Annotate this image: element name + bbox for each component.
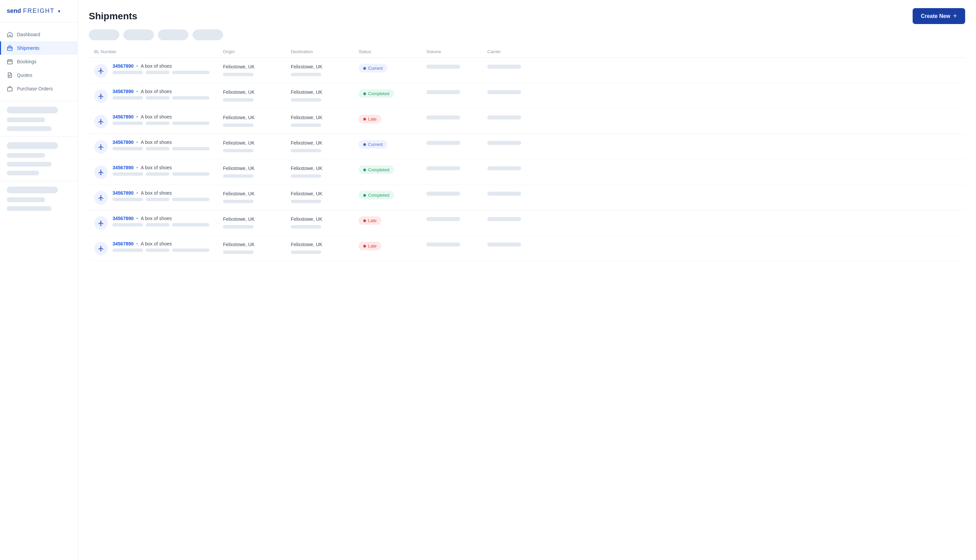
skel — [146, 71, 169, 74]
cell-volume-1 — [426, 89, 487, 94]
sidebar-item-shipments[interactable]: Shipments — [0, 41, 78, 55]
filter-tab-skel-1 — [89, 30, 119, 40]
table-row[interactable]: 34567890 • A box of shoes Felixstowe, UK — [89, 58, 965, 83]
sidebar-skel-item — [7, 197, 45, 202]
skel — [112, 96, 143, 100]
skel — [223, 73, 254, 76]
table-row[interactable]: 34567890 • A box of shoes Felixstowe, UK — [89, 210, 965, 236]
bl-number: 34567890 — [112, 63, 134, 69]
cell-volume-7 — [426, 241, 487, 247]
cell-bl-3: 34567890 • A box of shoes — [94, 140, 223, 154]
cell-origin-1: Felixstowe, UK — [223, 89, 291, 102]
status-badge: Completed — [359, 89, 394, 98]
table-row[interactable]: 34567890 • A box of shoes Felixstowe, UK — [89, 83, 965, 109]
bl-dot: • — [136, 89, 138, 94]
skel — [223, 225, 254, 228]
sidebar-item-purchase-orders[interactable]: Purchase Orders — [0, 82, 78, 95]
page-header: Shipments Create New + — [78, 0, 976, 24]
cell-bl-1: 34567890 • A box of shoes — [94, 89, 223, 103]
bl-info: 34567890 • A box of shoes — [112, 140, 209, 150]
bl-dot: • — [136, 190, 138, 196]
skel — [291, 123, 321, 127]
sidebar-skel-item — [7, 153, 45, 158]
skel — [426, 166, 460, 170]
sidebar-skeleton-2 — [0, 137, 78, 181]
table-row[interactable]: 34567890 • A box of shoes Felixstowe, UK — [89, 134, 965, 160]
bl-desc: A box of shoes — [140, 190, 172, 196]
bl-dot: • — [136, 140, 138, 145]
skel — [426, 217, 460, 221]
sidebar-skel-item — [7, 187, 58, 193]
cell-volume-2 — [426, 114, 487, 120]
skel — [112, 248, 143, 252]
bl-info: 34567890 • A box of shoes — [112, 190, 209, 201]
cell-carrier-0 — [487, 63, 548, 69]
origin-text: Felixstowe, UK — [223, 242, 291, 247]
origin-text: Felixstowe, UK — [223, 140, 291, 146]
create-new-button[interactable]: Create New + — [912, 8, 965, 24]
status-badge: Current — [359, 140, 387, 148]
bl-number: 34567890 — [112, 140, 134, 145]
cell-status-2: Late — [359, 114, 426, 123]
skel — [172, 223, 209, 227]
cell-origin-3: Felixstowe, UK — [223, 140, 291, 152]
skel — [426, 90, 460, 94]
sidebar-skel-item — [7, 142, 58, 149]
bl-info: 34567890 • A box of shoes — [112, 63, 209, 74]
airplane-icon — [94, 217, 108, 230]
cell-status-5: Completed — [359, 190, 426, 199]
sidebar-skel-item — [7, 206, 52, 211]
col-volume: Volume — [426, 49, 487, 54]
sidebar-skel-item — [7, 107, 58, 113]
cell-carrier-3 — [487, 140, 548, 145]
status-dot-icon — [363, 67, 366, 70]
status-badge: Completed — [359, 191, 394, 199]
airplane-icon — [94, 64, 108, 78]
bl-info: 34567890 • A box of shoes — [112, 165, 209, 176]
sidebar-skel-item — [7, 126, 52, 131]
bl-dot: • — [136, 165, 138, 170]
bl-desc: A box of shoes — [140, 140, 172, 145]
status-dot-icon — [363, 245, 366, 247]
status-dot-icon — [363, 168, 366, 171]
destination-text: Felixstowe, UK — [291, 89, 359, 95]
cell-origin-0: Felixstowe, UK — [223, 63, 291, 76]
destination-text: Felixstowe, UK — [291, 165, 359, 171]
bl-dot: • — [136, 114, 138, 120]
calendar-icon — [7, 58, 13, 65]
bl-desc: A box of shoes — [140, 165, 172, 170]
table-row[interactable]: 34567890 • A box of shoes Felixstowe, UK — [89, 160, 965, 185]
sidebar-item-quotes[interactable]: Quotes — [0, 68, 78, 82]
skel — [291, 225, 321, 228]
bl-skel-row — [112, 96, 209, 100]
origin-text: Felixstowe, UK — [223, 191, 291, 197]
sidebar-nav: Dashboard Shipments Bookings — [0, 22, 78, 101]
table-row[interactable]: 34567890 • A box of shoes Felixstowe, UK — [89, 236, 965, 261]
status-label: Completed — [368, 167, 389, 172]
skel — [426, 242, 460, 247]
status-label: Late — [368, 218, 376, 223]
table-row[interactable]: 34567890 • A box of shoes Felixstowe, UK — [89, 185, 965, 210]
skel — [112, 147, 143, 150]
cell-carrier-2 — [487, 114, 548, 120]
skel — [223, 200, 254, 203]
skel — [172, 198, 209, 201]
bl-top: 34567890 • A box of shoes — [112, 140, 209, 145]
table-row[interactable]: 34567890 • A box of shoes Felixstowe, UK — [89, 109, 965, 134]
skel — [172, 122, 209, 125]
skel — [146, 122, 169, 125]
bl-skel-row — [112, 147, 209, 150]
file-icon — [7, 72, 13, 78]
airplane-icon — [94, 191, 108, 205]
sidebar-item-dashboard[interactable]: Dashboard — [0, 28, 78, 41]
bl-number: 34567890 — [112, 89, 134, 94]
cell-destination-6: Felixstowe, UK — [291, 216, 359, 228]
logo-freight: FREIGHT — [23, 7, 55, 15]
skel — [487, 192, 521, 196]
bl-top: 34567890 • A box of shoes — [112, 114, 209, 120]
skel — [487, 90, 521, 94]
cell-carrier-1 — [487, 89, 548, 94]
sidebar-item-purchase-orders-label: Purchase Orders — [17, 86, 53, 92]
sidebar-item-bookings[interactable]: Bookings — [0, 55, 78, 68]
filter-tab-skel-2 — [124, 30, 154, 40]
